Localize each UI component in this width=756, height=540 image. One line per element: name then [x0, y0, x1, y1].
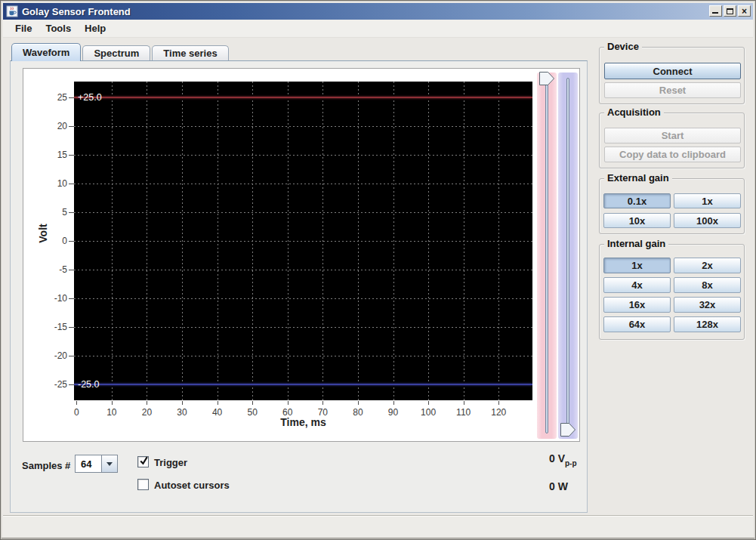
- samples-dropdown-button[interactable]: [101, 455, 117, 472]
- lower-cursor-slider[interactable]: [558, 73, 578, 439]
- chevron-down-icon: [106, 462, 113, 466]
- tab-strip: Waveform Spectrum Time series: [11, 43, 230, 61]
- y-tick-mark: [69, 270, 74, 270]
- power-readout: 0 W: [549, 480, 568, 492]
- y-tick-mark: [69, 356, 74, 356]
- lower-cursor-slider-thumb[interactable]: [559, 422, 577, 437]
- samples-combobox[interactable]: 64: [75, 455, 118, 473]
- internal-gain-1x-button[interactable]: 1x: [603, 258, 671, 273]
- y-tick-label: 0: [23, 236, 67, 246]
- menu-tools[interactable]: Tools: [39, 20, 78, 36]
- acquisition-group: Acquisition Start Copy data to clipboard: [599, 113, 745, 168]
- external-gain-group-title: External gain: [604, 172, 672, 184]
- y-tick-mark: [69, 212, 74, 213]
- x-tick-mark: [288, 401, 289, 405]
- upper-cursor-slider-groove[interactable]: [545, 78, 548, 434]
- menu-file[interactable]: File: [8, 20, 39, 36]
- start-button[interactable]: Start: [604, 128, 741, 143]
- upper-cursor-line: [74, 97, 532, 98]
- vpp-value: 0 V: [549, 452, 565, 464]
- y-tick-label: -15: [23, 322, 67, 332]
- x-tick-label: 40: [202, 407, 233, 418]
- y-tick-label: 5: [23, 207, 67, 218]
- menu-bar: File Tools Help: [3, 20, 753, 38]
- tab-time-series[interactable]: Time series: [152, 45, 228, 61]
- y-tick-mark: [69, 241, 74, 242]
- v-gridline: [147, 82, 147, 400]
- connect-button[interactable]: Connect: [604, 63, 741, 79]
- y-tick-label: -25: [23, 379, 67, 390]
- x-tick-mark: [182, 401, 183, 405]
- x-tick-label: 120: [483, 407, 514, 418]
- minimize-icon: [712, 12, 718, 14]
- tab-waveform[interactable]: Waveform: [11, 43, 81, 61]
- menu-help[interactable]: Help: [78, 20, 113, 36]
- status-bar: [3, 515, 753, 537]
- minimize-button[interactable]: [709, 5, 722, 17]
- x-tick-mark: [464, 401, 464, 405]
- internal-gain-128x-button[interactable]: 128x: [674, 316, 741, 332]
- reset-button[interactable]: Reset: [604, 82, 741, 98]
- external-gain-100x-button[interactable]: 100x: [674, 213, 741, 228]
- y-tick-label: 10: [23, 178, 67, 189]
- v-gridline: [358, 82, 359, 400]
- close-icon: ×: [742, 8, 747, 15]
- internal-gain-group-title: Internal gain: [604, 238, 668, 249]
- y-tick-label: -20: [23, 350, 67, 361]
- maximize-icon: [727, 8, 733, 14]
- y-tick-label: 25: [23, 92, 67, 103]
- internal-gain-32x-button[interactable]: 32x: [674, 297, 741, 313]
- v-gridline: [112, 82, 113, 400]
- window-title: Golay Sensor Frontend: [22, 6, 131, 17]
- plot-area: +25.0-25.0: [74, 82, 532, 400]
- y-tick-mark: [69, 97, 74, 98]
- v-gridline: [428, 82, 429, 400]
- internal-gain-4x-button[interactable]: 4x: [603, 277, 671, 293]
- y-tick-mark: [69, 298, 74, 299]
- y-tick-mark: [69, 155, 74, 156]
- autoset-cursors-checkbox[interactable]: [137, 479, 149, 490]
- v-gridline: [322, 82, 323, 400]
- maximize-button[interactable]: [724, 5, 736, 17]
- copy-data-button[interactable]: Copy data to clipboard: [604, 147, 741, 162]
- lower-cursor-line: [74, 384, 532, 385]
- x-tick-label: 20: [131, 407, 162, 418]
- internal-gain-64x-button[interactable]: 64x: [603, 316, 671, 332]
- x-tick-label: 60: [273, 407, 303, 418]
- title-bar: Golay Sensor Frontend ×: [3, 3, 753, 20]
- v-gridline: [393, 82, 394, 400]
- v-gridline: [218, 82, 218, 400]
- upper-cursor-slider-thumb[interactable]: [538, 71, 556, 86]
- v-gridline: [498, 82, 499, 400]
- y-tick-mark: [69, 126, 74, 127]
- vpp-readout: 0 Vp-p: [549, 452, 577, 467]
- chart-panel: +25.0-25.0 Volt Time, ms -25-20-15-10-50…: [23, 68, 580, 442]
- upper-cursor-slider[interactable]: [537, 73, 557, 439]
- internal-gain-2x-button[interactable]: 2x: [674, 258, 741, 273]
- external-gain-10x-button[interactable]: 10x: [603, 213, 671, 228]
- x-tick-label: 50: [237, 407, 267, 418]
- v-gridline: [252, 82, 253, 400]
- y-tick-label: 20: [23, 121, 67, 131]
- autoset-cursors-label: Autoset cursors: [154, 480, 230, 491]
- internal-gain-16x-button[interactable]: 16x: [603, 297, 671, 313]
- x-tick-label: 80: [343, 407, 373, 418]
- close-button[interactable]: ×: [738, 5, 751, 17]
- x-tick-label: 0: [61, 407, 91, 418]
- internal-gain-group: Internal gain 1x 2x 4x 8x 16x 32x 64x 12…: [599, 244, 745, 340]
- y-tick-label: 15: [23, 150, 67, 160]
- x-tick-mark: [218, 401, 218, 405]
- y-tick-mark: [69, 384, 74, 385]
- trigger-checkbox[interactable]: [137, 456, 149, 467]
- app-window: Golay Sensor Frontend × File Tools Help …: [0, 0, 756, 540]
- lower-cursor-slider-groove[interactable]: [566, 78, 569, 434]
- y-tick-mark: [69, 184, 74, 184]
- v-gridline: [182, 82, 183, 400]
- external-gain-1x-button[interactable]: 1x: [674, 193, 741, 208]
- acquisition-group-title: Acquisition: [604, 106, 664, 118]
- x-tick-mark: [428, 401, 429, 405]
- internal-gain-8x-button[interactable]: 8x: [674, 277, 741, 293]
- tab-spectrum[interactable]: Spectrum: [82, 45, 150, 61]
- external-gain-0.1x-button[interactable]: 0.1x: [603, 193, 671, 208]
- device-group-title: Device: [604, 41, 642, 52]
